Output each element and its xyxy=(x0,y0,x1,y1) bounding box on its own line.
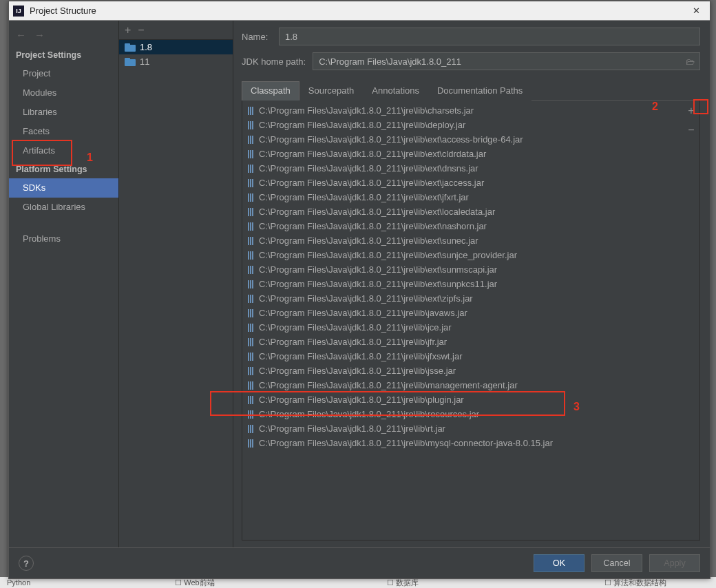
classpath-item[interactable]: C:\Program Files\Java\jdk1.8.0_211\jre\l… xyxy=(242,103,683,118)
add-sdk-icon[interactable]: + xyxy=(125,24,131,36)
classpath-path: C:\Program Files\Java\jdk1.8.0_211\jre\l… xyxy=(259,277,497,291)
jar-icon xyxy=(246,106,255,116)
jar-icon xyxy=(246,164,255,174)
classpath-list: C:\Program Files\Java\jdk1.8.0_211\jre\l… xyxy=(242,101,683,540)
sidebar-item-project[interactable]: Project xyxy=(9,64,118,83)
classpath-item[interactable]: C:\Program Files\Java\jdk1.8.0_211\jre\l… xyxy=(242,320,683,335)
close-icon[interactable]: ✕ xyxy=(686,3,706,19)
classpath-path: C:\Program Files\Java\jdk1.8.0_211\jre\l… xyxy=(259,263,497,276)
classpath-side-buttons: + − xyxy=(683,101,699,540)
sdk-list-column: + − 1.811 xyxy=(119,21,233,547)
bg-algo: 算法和数据结构 xyxy=(613,578,666,587)
classpath-item[interactable]: C:\Program Files\Java\jdk1.8.0_211\jre\l… xyxy=(242,176,683,190)
nav-arrows: ← → xyxy=(9,25,118,46)
classpath-item[interactable]: C:\Program Files\Java\jdk1.8.0_211\jre\l… xyxy=(242,349,683,364)
jdkhome-input[interactable] xyxy=(313,52,700,70)
classpath-path: C:\Program Files\Java\jdk1.8.0_211\jre\l… xyxy=(259,220,487,233)
sdk-item[interactable]: 1.8 xyxy=(119,40,233,54)
jar-icon xyxy=(246,280,255,289)
remove-classpath-icon[interactable]: − xyxy=(688,124,694,136)
classpath-path: C:\Program Files\Java\jdk1.8.0_211\jre\l… xyxy=(259,393,464,406)
sidebar-item-artifacts[interactable]: Artifacts xyxy=(9,141,118,160)
classpath-path: C:\Program Files\Java\jdk1.8.0_211\jre\l… xyxy=(259,147,486,160)
classpath-item[interactable]: C:\Program Files\Java\jdk1.8.0_211\jre\l… xyxy=(242,306,683,320)
classpath-path: C:\Program Files\Java\jdk1.8.0_211\jre\l… xyxy=(259,379,518,392)
classpath-item[interactable]: C:\Program Files\Java\jdk1.8.0_211\jre\l… xyxy=(242,335,683,349)
classpath-item[interactable]: C:\Program Files\Java\jdk1.8.0_211\jre\l… xyxy=(242,291,683,306)
app-icon: IJ xyxy=(13,6,24,17)
classpath-path: C:\Program Files\Java\jdk1.8.0_211\jre\l… xyxy=(259,306,467,319)
classpath-path: C:\Program Files\Java\jdk1.8.0_211\jre\l… xyxy=(259,205,495,218)
sidebar: ← → Project Settings ProjectModulesLibra… xyxy=(9,21,119,547)
jar-icon xyxy=(246,265,255,275)
classpath-path: C:\Program Files\Java\jdk1.8.0_211\jre\l… xyxy=(259,234,478,247)
bg-python: Python xyxy=(7,578,30,587)
classpath-item[interactable]: C:\Program Files\Java\jdk1.8.0_211\jre\l… xyxy=(242,248,683,262)
apply-button[interactable]: Apply xyxy=(649,554,700,572)
sdk-item[interactable]: 11 xyxy=(119,54,233,69)
classpath-path: C:\Program Files\Java\jdk1.8.0_211\jre\l… xyxy=(259,422,445,435)
classpath-item[interactable]: C:\Program Files\Java\jdk1.8.0_211\jre\l… xyxy=(242,118,683,132)
jar-icon xyxy=(246,294,255,304)
jar-icon xyxy=(246,120,255,130)
sdk-item-label: 11 xyxy=(140,56,149,67)
classpath-item[interactable]: C:\Program Files\Java\jdk1.8.0_211\jre\l… xyxy=(242,364,683,378)
classpath-item[interactable]: C:\Program Files\Java\jdk1.8.0_211\jre\l… xyxy=(242,147,683,161)
bg-db: 数据库 xyxy=(396,578,419,587)
classpath-item[interactable]: C:\Program Files\Java\jdk1.8.0_211\jre\l… xyxy=(242,436,683,450)
sidebar-item-sdks[interactable]: SDKs xyxy=(9,178,118,198)
add-classpath-icon[interactable]: + xyxy=(688,105,694,117)
classpath-item[interactable]: C:\Program Files\Java\jdk1.8.0_211\jre\l… xyxy=(242,407,683,421)
sidebar-item-problems[interactable]: Problems xyxy=(9,229,118,249)
tab-documentation-paths[interactable]: Documentation Paths xyxy=(428,81,531,101)
sidebar-item-libraries[interactable]: Libraries xyxy=(9,103,118,122)
classpath-path: C:\Program Files\Java\jdk1.8.0_211\jre\l… xyxy=(259,364,456,377)
jar-icon xyxy=(246,207,255,217)
titlebar: IJ Project Structure ✕ xyxy=(9,1,710,21)
forward-arrow-icon[interactable]: → xyxy=(34,29,45,41)
classpath-path: C:\Program Files\Java\jdk1.8.0_211\jre\l… xyxy=(259,104,474,117)
classpath-item[interactable]: C:\Program Files\Java\jdk1.8.0_211\jre\l… xyxy=(242,262,683,277)
help-button[interactable]: ? xyxy=(19,556,34,571)
classpath-item[interactable]: C:\Program Files\Java\jdk1.8.0_211\jre\l… xyxy=(242,378,683,392)
sidebar-item-modules[interactable]: Modules xyxy=(9,83,118,103)
window-title: Project Structure xyxy=(30,6,686,16)
folder-icon xyxy=(125,58,136,66)
remove-sdk-icon[interactable]: − xyxy=(138,24,144,36)
classpath-item[interactable]: C:\Program Files\Java\jdk1.8.0_211\jre\l… xyxy=(242,219,683,233)
ok-button[interactable]: OK xyxy=(534,554,585,572)
classpath-item[interactable]: C:\Program Files\Java\jdk1.8.0_211\jre\l… xyxy=(242,421,683,436)
jar-icon xyxy=(246,337,255,347)
content-pane: Name: JDK home path: 🗁 ClasspathSourcepa… xyxy=(233,21,710,547)
classpath-item[interactable]: C:\Program Files\Java\jdk1.8.0_211\jre\l… xyxy=(242,277,683,291)
back-arrow-icon[interactable]: ← xyxy=(16,29,26,41)
classpath-item[interactable]: C:\Program Files\Java\jdk1.8.0_211\jre\l… xyxy=(242,392,683,407)
classpath-item[interactable]: C:\Program Files\Java\jdk1.8.0_211\jre\l… xyxy=(242,161,683,176)
classpath-path: C:\Program Files\Java\jdk1.8.0_211\jre\l… xyxy=(259,249,517,262)
sidebar-item-global-libraries[interactable]: Global Libraries xyxy=(9,198,118,217)
classpath-item[interactable]: C:\Program Files\Java\jdk1.8.0_211\jre\l… xyxy=(242,233,683,248)
classpath-path: C:\Program Files\Java\jdk1.8.0_211\jre\l… xyxy=(259,350,463,363)
classpath-item[interactable]: C:\Program Files\Java\jdk1.8.0_211\jre\l… xyxy=(242,204,683,219)
tab-annotations[interactable]: Annotations xyxy=(363,81,428,101)
cancel-button[interactable]: Cancel xyxy=(591,554,642,572)
jar-icon xyxy=(246,222,255,231)
section-platform-settings: Platform Settings xyxy=(9,160,118,178)
classpath-path: C:\Program Files\Java\jdk1.8.0_211\jre\l… xyxy=(259,335,447,348)
classpath-path: C:\Program Files\Java\jdk1.8.0_211\jre\l… xyxy=(259,191,469,204)
jar-icon xyxy=(246,424,255,434)
sidebar-item-facets[interactable]: Facets xyxy=(9,122,118,141)
browse-folder-icon[interactable]: 🗁 xyxy=(686,56,695,67)
classpath-item[interactable]: C:\Program Files\Java\jdk1.8.0_211\jre\l… xyxy=(242,190,683,204)
tabs: ClasspathSourcepathAnnotationsDocumentat… xyxy=(242,81,700,101)
jar-icon xyxy=(246,193,255,202)
sdk-toolbar: + − xyxy=(119,21,233,40)
tab-classpath[interactable]: Classpath xyxy=(242,81,299,101)
classpath-item[interactable]: C:\Program Files\Java\jdk1.8.0_211\jre\l… xyxy=(242,132,683,147)
jar-icon xyxy=(246,149,255,159)
name-label: Name: xyxy=(242,32,272,42)
tab-sourcepath[interactable]: Sourcepath xyxy=(299,81,364,101)
jar-icon xyxy=(246,381,255,390)
name-input[interactable] xyxy=(279,28,700,45)
classpath-path: C:\Program Files\Java\jdk1.8.0_211\jre\l… xyxy=(259,321,452,334)
